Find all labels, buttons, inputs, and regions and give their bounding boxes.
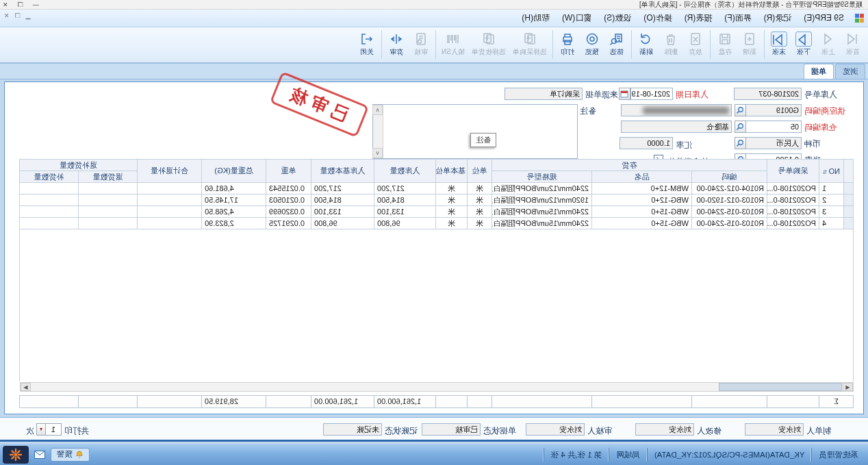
- toolbar-button-last[interactable]: 末张: [767, 30, 791, 58]
- h-scrollbar[interactable]: ◀▶: [20, 382, 854, 392]
- grid-cell-base_qty[interactable]: 96,800: [311, 218, 374, 229]
- grid-cell-name[interactable]: WBG-15+0: [592, 218, 692, 229]
- grid-cell-base_unit[interactable]: 米: [436, 206, 468, 218]
- grid-cell-base_unit[interactable]: 米: [436, 194, 468, 206]
- grid-header-cell-po_no[interactable]: 采购单号: [767, 160, 819, 183]
- grid-cell-name[interactable]: WBG-15+0: [592, 206, 692, 218]
- remark-textarea[interactable]: ∧ ∨: [372, 104, 578, 159]
- row-selector[interactable]: [844, 218, 854, 229]
- grid-cell-total_weight[interactable]: 4,268.50: [202, 206, 266, 218]
- scroll-left-button[interactable]: ◀: [843, 383, 853, 391]
- grid-header-cell-replenish_qty[interactable]: 补货数量: [20, 171, 79, 183]
- grid-cell-unit_weight[interactable]: 0.0320699: [266, 206, 311, 218]
- grid-cell-unit[interactable]: 米: [468, 194, 492, 206]
- menu-item-3[interactable]: 报表(R): [678, 11, 719, 25]
- grid-header-cell-sel[interactable]: [844, 160, 854, 183]
- grid-cell-unit[interactable]: 米: [468, 206, 492, 218]
- row-selector[interactable]: [844, 206, 854, 218]
- scroll-right-button[interactable]: ▶: [21, 383, 31, 391]
- grid-cell-total_weight[interactable]: 2,823.90: [202, 218, 266, 229]
- grid-header-cell-spec[interactable]: 规格型号: [492, 171, 592, 183]
- remark-scrollbar[interactable]: ∧ ∨: [373, 105, 383, 158]
- currency-lookup-button[interactable]: [735, 137, 746, 149]
- grid-cell-po_no[interactable]: PO202108-0...: [767, 183, 819, 194]
- menu-item-2[interactable]: 界面(F): [718, 11, 757, 25]
- grid-cell-return_qty[interactable]: [79, 194, 138, 206]
- grid-cell-name[interactable]: WBG-12+0: [592, 194, 692, 206]
- grid-cell-no[interactable]: 1: [819, 183, 844, 194]
- grid-cell-po_no[interactable]: PO202108-0...: [767, 206, 819, 218]
- grid-header-cell-base_qty[interactable]: 入库基本数量: [311, 160, 374, 183]
- grid-row-2[interactable]: 2PO202108-0...R0103-012-1920-00WBG-12+01…: [20, 194, 854, 206]
- grid-cell-no[interactable]: 2: [819, 194, 844, 206]
- grid-cell-total_rr[interactable]: [138, 206, 202, 218]
- grid-cell-base_qty[interactable]: 814,500: [311, 194, 374, 206]
- grid-cell-total_weight[interactable]: 4,681.60: [202, 183, 266, 194]
- warehouse-lookup-button[interactable]: [735, 121, 746, 133]
- grid-cell-spec[interactable]: 2240mm/12um/BOPP阻隔白膜...: [492, 183, 592, 194]
- grid-cell-no[interactable]: 3: [819, 206, 844, 218]
- grid-header-cell-return_qty[interactable]: 退货数量: [79, 171, 138, 183]
- toolbar-button-next[interactable]: 下张: [792, 30, 815, 58]
- menu-item-6[interactable]: 窗口(W): [556, 11, 598, 25]
- grid-cell-unit_weight[interactable]: 0.0215543: [266, 183, 311, 194]
- grid-header-cell-base_unit[interactable]: 基本单位: [436, 160, 468, 183]
- grid-cell-replenish_qty[interactable]: [20, 218, 79, 229]
- grid-cell-qty[interactable]: 96,800: [374, 218, 436, 229]
- scrollbar-thumb[interactable]: [719, 383, 842, 391]
- message-button[interactable]: [33, 449, 47, 461]
- grid-cell-no[interactable]: 4: [819, 218, 844, 229]
- grid-cell-base_qty[interactable]: 133,100: [311, 206, 374, 218]
- grid-cell-return_qty[interactable]: [79, 218, 138, 229]
- close-button[interactable]: ✕: [3, 0, 8, 10]
- toolbar-button-unaudit[interactable]: 弃审: [385, 30, 408, 58]
- receipt-date-input[interactable]: 2021-08-19: [630, 88, 673, 100]
- grid-header-cell-unit_weight[interactable]: 单重: [266, 160, 311, 183]
- dropdown-arrow-icon[interactable]: ▼: [37, 424, 46, 435]
- warehouse-code-input[interactable]: 05: [745, 121, 802, 133]
- mdi-minimize-button[interactable]: ▁: [26, 12, 31, 19]
- tab-document[interactable]: 单据: [804, 64, 834, 79]
- toolbar-button-print[interactable]: 打印: [556, 30, 579, 58]
- grid-header-cell-no[interactable]: NO⇅: [819, 160, 844, 183]
- grid-cell-total_rr[interactable]: [138, 218, 202, 229]
- grid-cell-code[interactable]: R0103-015-2240-00: [692, 218, 767, 229]
- toolbar-button-preview[interactable]: 预览: [580, 30, 604, 58]
- grid-cell-replenish_qty[interactable]: [20, 183, 79, 194]
- scroll-up-button[interactable]: ∧: [372, 105, 383, 115]
- grid-cell-unit_weight[interactable]: 0.0210503: [266, 194, 311, 206]
- menu-item-7[interactable]: 帮助(H): [515, 11, 556, 25]
- grid-cell-unit[interactable]: 米: [468, 218, 492, 229]
- grid-row-4[interactable]: 4PO202108-0...R0103-015-2240-00WBG-15+02…: [20, 218, 854, 229]
- grid-cell-base_qty[interactable]: 217,200: [311, 183, 374, 194]
- grid-header-cell-name[interactable]: 品名: [592, 171, 692, 183]
- minimize-button[interactable]: —: [33, 0, 39, 10]
- grid-cell-code[interactable]: R0104-012-2240-00: [692, 183, 767, 194]
- grid-cell-return_qty[interactable]: [79, 206, 138, 218]
- grid-cell-code[interactable]: R0103-015-2240-00: [692, 206, 767, 218]
- grid-cell-replenish_qty[interactable]: [20, 206, 79, 218]
- grid-cell-unit_weight[interactable]: 0.0291725: [266, 218, 311, 229]
- scroll-down-button[interactable]: ∨: [372, 148, 383, 158]
- grid-header-cell-unit[interactable]: 单位: [468, 160, 492, 183]
- grid-cell-spec[interactable]: 1920mm/12um/BOPP阻隔白膜...: [492, 194, 592, 206]
- row-selector[interactable]: [844, 194, 854, 206]
- grid-cell-base_unit[interactable]: 米: [436, 183, 468, 194]
- row-selector[interactable]: [844, 183, 854, 194]
- grid-header-cell-total_weight[interactable]: 总重量(KG): [202, 160, 266, 183]
- grid-cell-qty[interactable]: 133,100: [374, 206, 436, 218]
- grid-cell-replenish_qty[interactable]: [20, 194, 79, 206]
- grid-row-3[interactable]: 3PO202108-0...R0103-015-2240-00WBG-15+02…: [20, 206, 854, 218]
- grid-cell-base_unit[interactable]: 米: [436, 218, 468, 229]
- print-count-stepper[interactable]: 1 ▼: [36, 423, 62, 436]
- currency-input[interactable]: 人民币: [745, 137, 802, 149]
- grid-cell-total_weight[interactable]: 17,145.50: [202, 194, 266, 206]
- grid-cell-total_rr[interactable]: [138, 183, 202, 194]
- grid-cell-spec[interactable]: 2240mm/15um/BOPP阻隔白膜...: [492, 206, 592, 218]
- grid-cell-return_qty[interactable]: [79, 183, 138, 194]
- grid-cell-code[interactable]: R0103-012-1920-00: [692, 194, 767, 206]
- sort-icon[interactable]: ⇅: [823, 169, 828, 175]
- grid-cell-total_rr[interactable]: [138, 194, 202, 206]
- grid-cell-qty[interactable]: 814,500: [374, 194, 436, 206]
- restore-button[interactable]: ❐: [18, 0, 23, 10]
